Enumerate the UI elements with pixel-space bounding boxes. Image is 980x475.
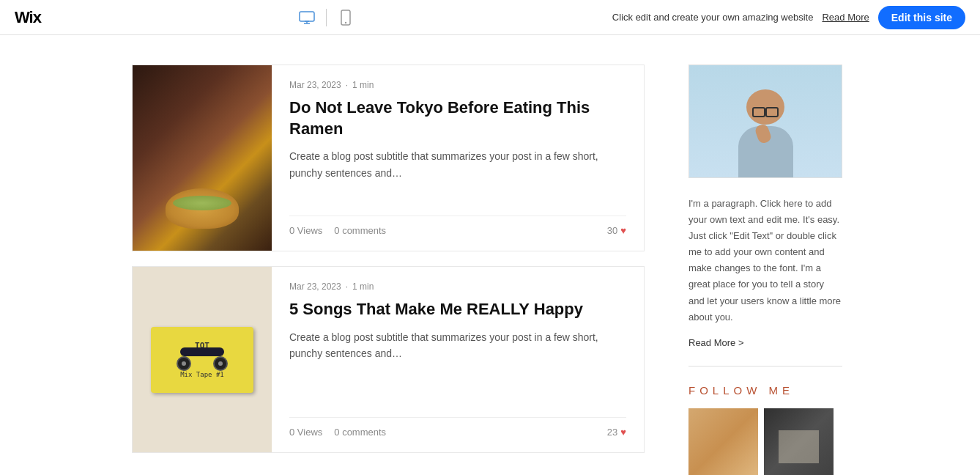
sidebar-follow-title: FOLLOW ME [688,384,894,397]
meta-dot-cassette: · [346,281,348,292]
post-readtime-ramen: 1 min [352,80,374,90]
ramen-image-visual [133,65,272,251]
post-comments-ramen: 0 comments [334,225,386,236]
cassette-sublabel: Mix Tape #1 [180,371,224,378]
post-image-ramen [133,65,272,251]
post-meta-cassette: Mar 23, 2023 · 1 min [289,281,626,292]
heart-icon-ramen: ♥ [620,225,626,236]
post-likes-count-cassette: 23 [607,427,617,438]
post-readtime-cassette: 1 min [352,281,374,292]
post-image-cassette: TOT Mix Tape #1 [133,267,272,452]
sidebar-avatar [688,65,842,178]
desktop-device-icon[interactable] [297,7,317,28]
post-card-cassette[interactable]: TOT Mix Tape #1 Mar 23, 2023 · 1 min 5 S… [132,266,645,453]
topbar-cta-text: Click edit and create your own amazing w… [612,12,814,23]
post-stats-cassette: 0 Views 0 comments [289,427,386,438]
post-excerpt-ramen: Create a blog post subtitle that summari… [289,148,626,207]
svg-rect-0 [300,12,314,21]
blog-column: Mar 23, 2023 · 1 min Do Not Leave Tokyo … [132,65,645,475]
main-content: Mar 23, 2023 · 1 min Do Not Leave Tokyo … [0,35,980,475]
cassette-image-visual: TOT Mix Tape #1 [133,267,272,452]
post-excerpt-cassette: Create a blog post subtitle that summari… [289,329,626,408]
post-card-ramen[interactable]: Mar 23, 2023 · 1 min Do Not Leave Tokyo … [132,65,645,251]
mobile-device-icon[interactable] [335,7,356,28]
post-views-ramen: 0 Views [289,225,322,236]
sidebar-divider [688,366,842,367]
wix-logo: Wix [15,8,41,27]
avatar-figure [729,82,802,177]
svg-point-5 [345,21,346,23]
meta-dot-ramen: · [346,80,348,90]
sidebar-follow-images [688,408,894,475]
post-content-cassette: Mar 23, 2023 · 1 min 5 Songs That Make M… [272,267,644,452]
follow-thumbnail-2[interactable] [764,408,834,475]
cassette-reels [177,356,228,371]
heart-icon-cassette: ♥ [620,427,626,438]
edit-site-button[interactable]: Edit this site [878,6,965,29]
device-divider [326,9,327,26]
post-title-ramen: Do Not Leave Tokyo Before Eating This Ra… [289,97,626,139]
post-likes-count-ramen: 30 [607,225,617,236]
post-meta-ramen: Mar 23, 2023 · 1 min [289,80,626,90]
avatar-head [746,89,784,125]
cassette-reel-right [213,356,228,371]
sidebar-read-more-link[interactable]: Read More > [688,337,894,348]
sidebar-bio-text: I'm a paragraph. Click here to add your … [688,196,842,325]
post-date-cassette: Mar 23, 2023 [289,281,341,292]
post-likes-ramen[interactable]: 30 ♥ [607,225,626,236]
post-stats-ramen: 0 Views 0 comments [289,225,386,236]
topbar-left: Wix [15,8,41,27]
post-views-cassette: 0 Views [289,427,322,438]
avatar-glasses [752,107,779,113]
post-footer-ramen: 0 Views 0 comments 30 ♥ [289,216,626,236]
post-comments-cassette: 0 comments [334,427,386,438]
post-footer-cassette: 0 Views 0 comments 23 ♥ [289,417,626,438]
topbar-center [297,7,356,28]
topbar-right: Click edit and create your own amazing w… [612,6,965,29]
follow-thumbnail-1[interactable] [688,408,758,475]
cassette-reel-left [177,356,191,371]
post-title-cassette: 5 Songs That Make Me REALLY Happy [289,299,626,320]
cassette-body: TOT Mix Tape #1 [151,327,253,393]
post-date-ramen: Mar 23, 2023 [289,80,341,90]
post-likes-cassette[interactable]: 23 ♥ [607,427,626,438]
cassette-window [180,347,224,356]
sidebar: I'm a paragraph. Click here to add your … [688,65,894,475]
topbar: Wix Click edit and create your own amazi… [0,0,980,35]
post-content-ramen: Mar 23, 2023 · 1 min Do Not Leave Tokyo … [272,65,644,251]
topbar-read-more-link[interactable]: Read More [822,12,869,23]
